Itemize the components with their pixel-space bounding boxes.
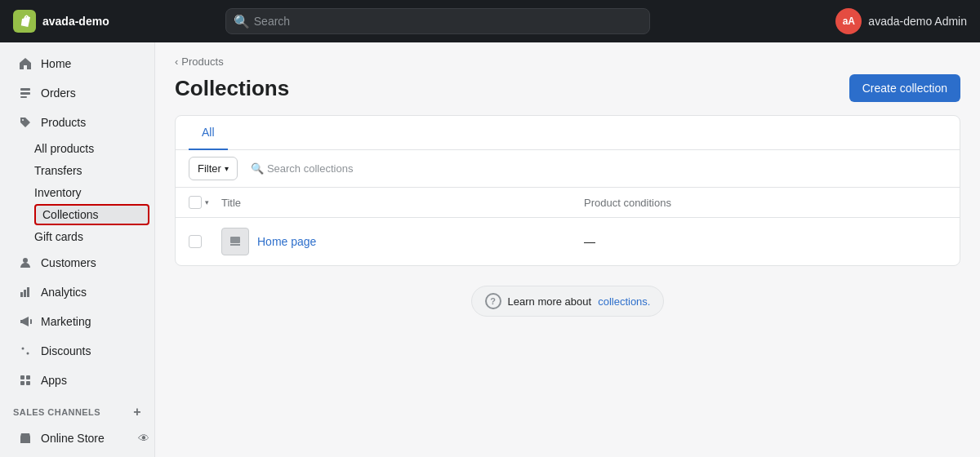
breadcrumb-parent-link[interactable]: Products	[181, 55, 223, 68]
products-submenu: All products Transfers Inventory Collect…	[0, 137, 154, 248]
svg-rect-1	[20, 92, 30, 95]
filter-label: Filter	[198, 162, 221, 175]
svg-rect-11	[20, 381, 24, 385]
collection-title-link[interactable]: Home page	[257, 235, 316, 248]
sidebar-item-apps[interactable]: Apps	[5, 366, 149, 394]
learn-more-section: ? Learn more about collections.	[175, 266, 960, 336]
sidebar-item-inventory[interactable]: Inventory	[34, 182, 149, 203]
product-conditions-value: —	[584, 235, 947, 248]
brand-name: avada-demo	[42, 15, 109, 28]
tag-icon	[18, 115, 33, 130]
svg-rect-14	[230, 237, 240, 243]
table-row: Home page —	[176, 218, 960, 265]
sidebar-item-label: Products	[41, 116, 86, 129]
filter-bar: Filter ▾ 🔍	[176, 150, 960, 188]
sidebar-item-gift-cards[interactable]: Gift cards	[34, 226, 149, 247]
svg-rect-9	[20, 375, 24, 379]
sidebar-item-label: Discounts	[41, 344, 91, 357]
apps-icon	[18, 373, 33, 388]
sales-channels-label: SALES CHANNELS +	[0, 395, 154, 423]
svg-point-3	[23, 258, 28, 263]
sidebar-item-online-store[interactable]: Online Store	[5, 424, 138, 452]
sidebar-item-products[interactable]: Products	[5, 109, 149, 136]
svg-rect-4	[20, 292, 23, 297]
eye-icon[interactable]: 👁	[138, 432, 149, 445]
filter-chevron-icon: ▾	[225, 164, 229, 173]
svg-rect-13	[23, 439, 28, 443]
sidebar-item-label: Analytics	[41, 286, 87, 299]
learn-more-link[interactable]: collections.	[598, 295, 650, 308]
svg-rect-6	[27, 287, 29, 297]
sidebar-item-label: Apps	[41, 374, 67, 387]
svg-rect-10	[26, 375, 30, 379]
breadcrumb: ‹ Products	[175, 55, 960, 68]
sidebar-item-label: Home	[41, 57, 71, 70]
learn-more-pill: ? Learn more about collections.	[471, 286, 665, 317]
avatar[interactable]: aA	[835, 8, 862, 34]
sidebar-item-label: Orders	[41, 87, 76, 100]
sidebar-item-label: Online Store	[41, 432, 105, 445]
home-icon	[18, 56, 33, 71]
breadcrumb-separator: ‹	[175, 55, 178, 68]
sidebar-item-marketing[interactable]: Marketing	[5, 308, 149, 335]
shopify-logo-icon	[13, 10, 36, 33]
person-icon	[18, 255, 33, 270]
row-title-area: Home page	[221, 228, 584, 255]
sidebar-item-collections[interactable]: Collections ←	[34, 204, 149, 225]
tab-bar: All	[176, 116, 960, 150]
sidebar-item-orders[interactable]: Orders	[5, 79, 149, 107]
sidebar-item-analytics[interactable]: Analytics	[5, 278, 149, 306]
header-checkbox[interactable]	[189, 196, 202, 209]
sidebar-item-label: Customers	[41, 256, 96, 269]
discount-icon	[18, 344, 33, 358]
search-input[interactable]	[225, 8, 650, 34]
sidebar-item-all-products[interactable]: All products	[34, 138, 149, 159]
main-content: ‹ Products Collections Create collection…	[155, 42, 980, 457]
sidebar-item-transfers[interactable]: Transfers	[34, 160, 149, 181]
search-collections-input[interactable]	[244, 158, 947, 180]
brand-logo[interactable]: avada-demo	[13, 10, 127, 33]
topnav-right: aA avada-demo Admin	[835, 8, 967, 34]
orders-icon	[18, 86, 33, 100]
tab-all[interactable]: All	[189, 116, 228, 150]
online-store-row: Online Store 👁	[0, 423, 154, 454]
svg-point-8	[27, 353, 29, 355]
add-sales-channel-icon[interactable]: +	[133, 405, 141, 419]
sidebar-item-customers[interactable]: Customers	[5, 249, 149, 277]
svg-point-7	[22, 348, 24, 350]
search-area: 🔍	[225, 8, 650, 34]
username-label: avada-demo Admin	[868, 15, 967, 28]
filter-button[interactable]: Filter ▾	[189, 157, 238, 180]
search-collections-icon: 🔍	[251, 162, 264, 175]
header-checkbox-area: ▾	[189, 196, 221, 209]
svg-rect-5	[24, 290, 26, 297]
sidebar: Home Orders Products All products Transf…	[0, 42, 155, 457]
svg-rect-2	[20, 96, 27, 98]
search-collections-wrapper: 🔍	[244, 158, 947, 180]
column-header-title: Title	[221, 197, 584, 209]
row-checkbox[interactable]	[189, 235, 202, 248]
search-icon: 🔍	[234, 14, 250, 29]
table-header: ▾ Title Product conditions	[176, 188, 960, 218]
analytics-icon	[18, 285, 33, 299]
info-icon: ?	[485, 293, 501, 309]
sidebar-item-home[interactable]: Home	[5, 50, 149, 78]
collection-thumbnail	[221, 228, 249, 255]
page-title: Collections	[175, 76, 289, 101]
sidebar-item-label: Marketing	[41, 315, 91, 328]
column-header-conditions: Product conditions	[584, 197, 947, 209]
store-icon	[18, 431, 33, 446]
create-collection-button[interactable]: Create collection	[849, 74, 960, 102]
top-navigation: avada-demo 🔍 aA avada-demo Admin	[0, 0, 980, 42]
sidebar-item-discounts[interactable]: Discounts	[5, 337, 149, 365]
collections-card: All Filter ▾ 🔍 ▾ Title	[175, 115, 960, 266]
svg-rect-0	[20, 88, 30, 91]
learn-more-text: Learn more about	[508, 295, 592, 308]
page-header: Collections Create collection	[175, 74, 960, 102]
svg-rect-12	[26, 381, 30, 385]
megaphone-icon	[18, 314, 33, 329]
row-checkbox-area	[189, 235, 221, 248]
header-checkbox-chevron[interactable]: ▾	[205, 198, 209, 206]
